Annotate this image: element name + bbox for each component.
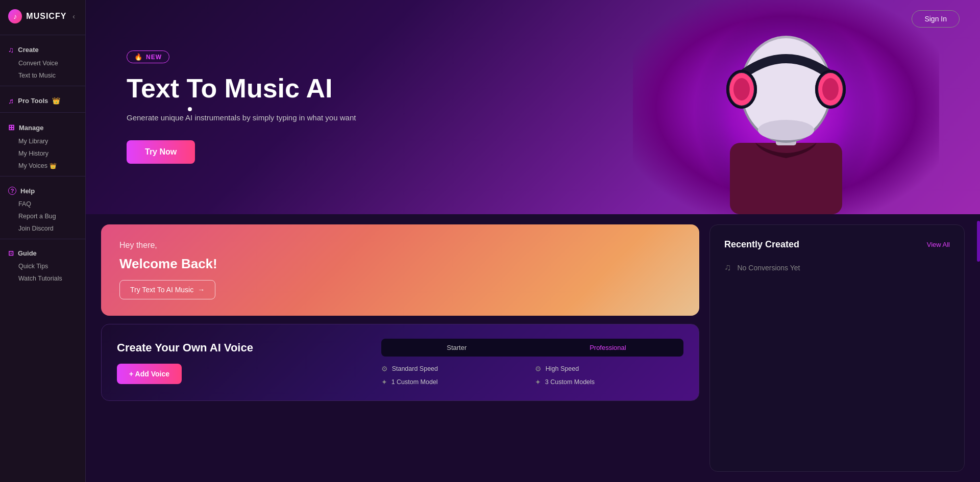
sidebar-section-help-title[interactable]: ? Help [0, 184, 85, 198]
robot-illustration [689, 0, 883, 214]
no-conversions: ♫ No Conversions Yet [724, 262, 950, 273]
view-all-button[interactable]: View All [927, 241, 950, 248]
svg-point-12 [822, 78, 839, 100]
voice-card-right: Starter Professional ⚙ Standard Speed ⚙ [381, 339, 683, 386]
welcome-cta-label: Try Text To AI Music [130, 286, 193, 294]
guide-icon: ⊡ [8, 249, 14, 257]
plan-tab-starter[interactable]: Starter [381, 339, 532, 357]
sidebar-section-pro-tools: ♬ Pro Tools 👑 [0, 88, 85, 110]
sidebar-item-text-to-music[interactable]: Text to Music [0, 69, 85, 82]
plan-feature-3-models: ✦ 3 Custom Models [535, 378, 683, 386]
pro-tools-label: Pro Tools [18, 97, 48, 105]
sidebar: ♪ MUSICFY ‹ ♫ Create Convert Voice Text … [0, 0, 86, 482]
brand-name: MUSICFY [26, 12, 66, 21]
model-icon: ✦ [381, 378, 387, 386]
sidebar-item-join-discord[interactable]: Join Discord [0, 222, 85, 235]
high-speed-icon: ⚙ [535, 365, 542, 373]
my-voices-crown-icon: 👑 [50, 163, 57, 169]
manage-label: Manage [19, 124, 43, 132]
create-icon: ♫ [8, 45, 14, 54]
sidebar-item-my-library[interactable]: My Library [0, 135, 85, 147]
sidebar-section-pro-tools-title[interactable]: ♬ Pro Tools 👑 [0, 93, 85, 108]
plan-tabs: Starter Professional [381, 339, 683, 357]
divider-4 [0, 239, 85, 239]
pro-tools-icon: ♬ [8, 96, 14, 105]
divider-top [0, 35, 85, 35]
hero-subtitle: Generate unique AI instrumentals by simp… [127, 112, 356, 124]
hero-content: 🔥 NEW Text To Music AI Generate unique A… [127, 50, 356, 163]
plan-features: ⚙ Standard Speed ⚙ High Speed ✦ 1 Custom… [381, 365, 683, 386]
plan-tab-professional[interactable]: Professional [532, 339, 683, 357]
welcome-cta-arrow: → [198, 286, 205, 294]
logo-icon: ♪ [8, 9, 22, 23]
collapse-button[interactable]: ‹ [70, 10, 77, 22]
scrollbar[interactable] [977, 221, 980, 262]
hero-section: 🔥 NEW Text To Music AI Generate unique A… [86, 0, 980, 214]
flame-icon: 🔥 [134, 53, 143, 61]
music-note-icon: ♫ [724, 262, 731, 273]
speed-icon: ⚙ [381, 365, 388, 373]
sidebar-section-guide-title[interactable]: ⊡ Guide [0, 246, 85, 260]
hero-robot-bg [633, 0, 939, 214]
sidebar-item-faq[interactable]: FAQ [0, 198, 85, 210]
sidebar-item-convert-voice[interactable]: Convert Voice [0, 57, 85, 69]
plan-feature-1-model: ✦ 1 Custom Model [381, 378, 530, 386]
voice-card: Create Your Own AI Voice + Add Voice Sta… [101, 324, 699, 401]
voice-card-left: Create Your Own AI Voice + Add Voice [117, 341, 369, 384]
sidebar-section-create: ♫ Create Convert Voice Text to Music [0, 37, 85, 84]
sidebar-section-manage-title[interactable]: ⊞ Manage [0, 120, 85, 135]
guide-label: Guide [18, 249, 37, 257]
plan-feature-standard-speed: ⚙ Standard Speed [381, 365, 530, 373]
divider-1 [0, 86, 85, 86]
recently-created-title: Recently Created [724, 239, 799, 250]
sidebar-item-my-history[interactable]: My History [0, 147, 85, 160]
add-voice-button[interactable]: + Add Voice [117, 364, 182, 384]
welcome-title: Welcome Back! [119, 256, 681, 272]
new-badge: 🔥 NEW [127, 50, 169, 63]
divider-2 [0, 112, 85, 113]
divider-3 [0, 176, 85, 176]
create-label: Create [18, 46, 38, 54]
cards-section: Hey there, Welcome Back! Try Text To AI … [86, 214, 980, 482]
help-icon: ? [8, 187, 16, 195]
recently-created-panel: Recently Created View All ♫ No Conversio… [709, 224, 965, 472]
sidebar-item-report-bug[interactable]: Report a Bug [0, 210, 85, 222]
sidebar-section-guide: ⊡ Guide Quick Tips Watch Tutorials [0, 241, 85, 287]
sidebar-item-watch-tutorials[interactable]: Watch Tutorials [0, 272, 85, 285]
welcome-card: Hey there, Welcome Back! Try Text To AI … [101, 224, 699, 316]
svg-point-9 [733, 78, 750, 100]
welcome-hey-text: Hey there, [119, 241, 681, 250]
main-content: Sign In [86, 0, 980, 482]
manage-icon: ⊞ [8, 123, 15, 132]
pro-tools-crown-icon: 👑 [52, 97, 60, 105]
sidebar-section-create-title[interactable]: ♫ Create [0, 42, 85, 57]
models-icon: ✦ [535, 378, 541, 386]
help-label: Help [20, 187, 35, 195]
sidebar-item-my-voices[interactable]: My Voices 👑 [0, 160, 85, 172]
logo[interactable]: ♪ MUSICFY ‹ [0, 0, 85, 33]
no-conversions-text: No Conversions Yet [738, 264, 800, 272]
hero-cta-button[interactable]: Try Now [127, 140, 195, 164]
sidebar-section-manage: ⊞ Manage My Library My History My Voices… [0, 115, 85, 174]
recently-created-header: Recently Created View All [724, 239, 950, 250]
sidebar-item-quick-tips[interactable]: Quick Tips [0, 260, 85, 272]
plan-feature-high-speed: ⚙ High Speed [535, 365, 683, 373]
signin-button[interactable]: Sign In [912, 10, 960, 28]
voice-card-title: Create Your Own AI Voice [117, 341, 369, 356]
hero-title: Text To Music AI [127, 73, 356, 104]
svg-point-6 [758, 120, 814, 140]
left-cards: Hey there, Welcome Back! Try Text To AI … [101, 224, 699, 472]
sidebar-section-help: ? Help FAQ Report a Bug Join Discord [0, 179, 85, 237]
welcome-cta-button[interactable]: Try Text To AI Music → [119, 280, 215, 299]
